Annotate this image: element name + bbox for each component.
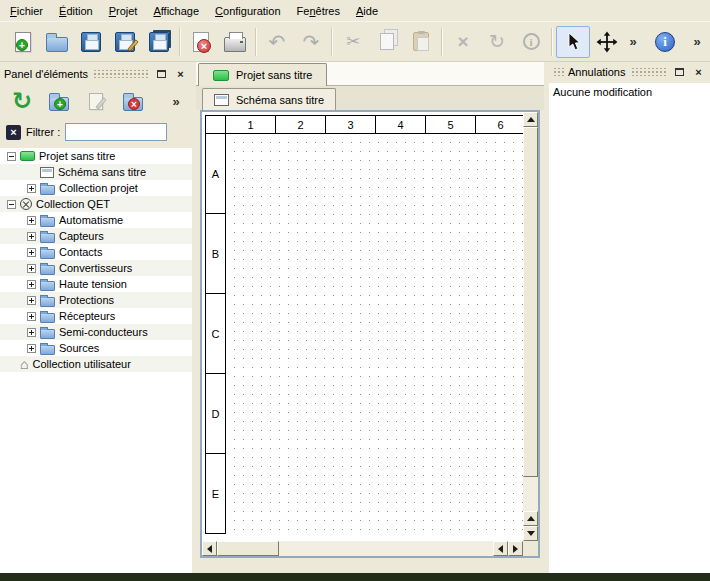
tree-item-protections[interactable]: Protections bbox=[0, 292, 192, 308]
menu-projet[interactable]: Projet bbox=[101, 1, 146, 21]
dock-grip[interactable] bbox=[552, 68, 564, 76]
clear-filter-icon[interactable] bbox=[6, 125, 21, 140]
select-mode-button[interactable] bbox=[556, 26, 590, 58]
float-icon bbox=[157, 70, 166, 78]
new-document-button[interactable] bbox=[6, 26, 40, 58]
pan-mode-button[interactable] bbox=[590, 26, 624, 58]
save-as-button[interactable] bbox=[108, 26, 142, 58]
tree-item-convertisseurs[interactable]: Convertisseurs bbox=[0, 260, 192, 276]
expand-icon[interactable] bbox=[27, 184, 36, 193]
vertical-scrollbar[interactable] bbox=[523, 112, 538, 541]
save-all-button[interactable] bbox=[142, 26, 176, 58]
tree-item-recepteurs[interactable]: Récepteurs bbox=[0, 308, 192, 324]
tree-item-label: Récepteurs bbox=[59, 310, 115, 322]
float-dock-button[interactable] bbox=[672, 66, 687, 79]
expand-icon[interactable] bbox=[27, 264, 36, 273]
toolbar-overflow-button-2[interactable] bbox=[690, 26, 704, 58]
tree-item-sources[interactable]: Sources bbox=[0, 340, 192, 356]
elements-toolbar-overflow-button[interactable] bbox=[168, 87, 184, 115]
elements-panel-title: Panel d'éléments bbox=[4, 68, 88, 80]
undo-button[interactable] bbox=[260, 26, 294, 58]
expand-icon[interactable] bbox=[27, 216, 36, 225]
horizontal-scrollbar[interactable] bbox=[202, 541, 523, 556]
tree-item-label: Convertisseurs bbox=[59, 262, 132, 274]
rotate-button[interactable] bbox=[480, 26, 514, 58]
elements-panel-titlebar[interactable]: Panel d'éléments bbox=[0, 66, 192, 82]
schema-viewport[interactable]: 1 2 3 4 5 6 A B C D E bbox=[202, 112, 523, 541]
toolbar-overflow-button[interactable] bbox=[624, 26, 642, 58]
drawing-canvas[interactable] bbox=[226, 134, 523, 534]
qet-collection-icon bbox=[20, 198, 32, 210]
tree-item-label: Schéma sans titre bbox=[58, 166, 146, 178]
vertical-scroll-thumb[interactable] bbox=[523, 127, 538, 477]
undo-history-list[interactable]: Aucune modification bbox=[549, 83, 710, 573]
menu-edition[interactable]: Édition bbox=[51, 1, 101, 21]
tree-item-haute-tension[interactable]: Haute tension bbox=[0, 276, 192, 292]
scroll-right-button[interactable] bbox=[508, 541, 523, 556]
close-dock-button[interactable] bbox=[691, 66, 706, 79]
expand-icon[interactable] bbox=[27, 280, 36, 289]
scroll-left-button-2[interactable] bbox=[493, 541, 508, 556]
cut-button[interactable] bbox=[336, 26, 370, 58]
expand-icon[interactable] bbox=[27, 296, 36, 305]
close-file-button[interactable] bbox=[184, 26, 218, 58]
redo-button[interactable] bbox=[294, 26, 328, 58]
scroll-up-button-2[interactable] bbox=[523, 511, 538, 526]
toolbar-separator bbox=[551, 28, 553, 56]
save-button[interactable] bbox=[74, 26, 108, 58]
horizontal-scroll-thumb[interactable] bbox=[217, 541, 279, 556]
tree-item-collection-qet[interactable]: Collection QET bbox=[0, 196, 192, 212]
edit-element-button[interactable] bbox=[82, 87, 110, 115]
collapse-icon[interactable] bbox=[7, 152, 16, 161]
copy-button[interactable] bbox=[370, 26, 404, 58]
delete-element-button[interactable] bbox=[119, 87, 147, 115]
collapse-icon[interactable] bbox=[7, 200, 16, 209]
open-project-button[interactable] bbox=[40, 26, 74, 58]
filter-label: Filtrer : bbox=[26, 126, 60, 138]
tree-item-contacts[interactable]: Contacts bbox=[0, 244, 192, 260]
menu-configuration[interactable]: Configuration bbox=[207, 1, 288, 21]
filter-input[interactable] bbox=[65, 123, 167, 141]
tree-item-capteurs[interactable]: Capteurs bbox=[0, 228, 192, 244]
schema-tab-bar: Schéma sans titre bbox=[196, 86, 544, 110]
tree-item-schema-sans-titre[interactable]: Schéma sans titre bbox=[0, 164, 192, 180]
menu-aide[interactable]: Aide bbox=[348, 1, 386, 21]
expand-icon[interactable] bbox=[27, 328, 36, 337]
expand-icon[interactable] bbox=[27, 344, 36, 353]
tab-schema-sans-titre[interactable]: Schéma sans titre bbox=[202, 88, 336, 110]
delete-button[interactable] bbox=[446, 26, 480, 58]
reload-collections-button[interactable] bbox=[8, 87, 36, 115]
tree-item-collection-utilisateur[interactable]: Collection utilisateur bbox=[0, 356, 192, 372]
open-folder-icon bbox=[46, 37, 68, 52]
undo-panel-titlebar[interactable]: Annulations bbox=[548, 64, 710, 80]
tab-projet-sans-titre[interactable]: Projet sans titre bbox=[198, 63, 327, 86]
tree-item-label: Collection projet bbox=[59, 182, 138, 194]
save-all-icon bbox=[149, 32, 169, 52]
dock-grip[interactable] bbox=[630, 68, 669, 76]
delete-element-icon bbox=[123, 97, 143, 111]
dock-grip[interactable] bbox=[92, 70, 150, 78]
info-blue-icon bbox=[655, 32, 675, 52]
scroll-down-button[interactable] bbox=[523, 526, 538, 541]
float-dock-button[interactable] bbox=[154, 68, 169, 81]
element-info-button[interactable] bbox=[514, 26, 548, 58]
expand-icon[interactable] bbox=[27, 232, 36, 241]
close-dock-button[interactable] bbox=[173, 68, 188, 81]
tree-item-projet-sans-titre[interactable]: Projet sans titre bbox=[0, 148, 192, 164]
tree-item-semi-conducteurs[interactable]: Semi-conducteurs bbox=[0, 324, 192, 340]
menu-affichage[interactable]: Affichage bbox=[145, 1, 207, 21]
menu-fichier[interactable]: Fichier bbox=[2, 1, 51, 21]
tree-item-automatisme[interactable]: Automatisme bbox=[0, 212, 192, 228]
about-button[interactable] bbox=[648, 26, 682, 58]
new-element-button[interactable] bbox=[45, 87, 73, 115]
paste-button[interactable] bbox=[404, 26, 438, 58]
scroll-up-button[interactable] bbox=[523, 112, 538, 127]
expand-icon[interactable] bbox=[27, 248, 36, 257]
scroll-left-button[interactable] bbox=[202, 541, 217, 556]
expand-icon[interactable] bbox=[27, 312, 36, 321]
tree-item-collection-projet[interactable]: Collection projet bbox=[0, 180, 192, 196]
folder-icon bbox=[40, 217, 55, 227]
menu-fenetres[interactable]: Fenêtres bbox=[289, 1, 348, 21]
print-button[interactable] bbox=[218, 26, 252, 58]
down-arrow-icon bbox=[527, 531, 535, 536]
